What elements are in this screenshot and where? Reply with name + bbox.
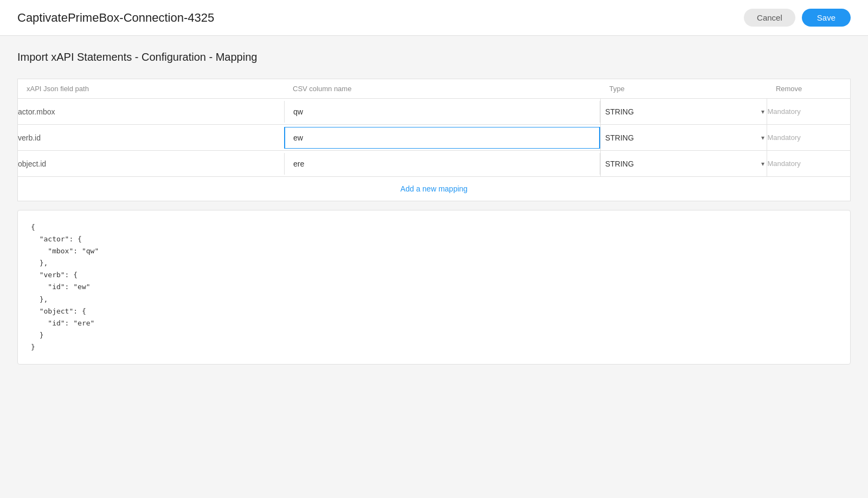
json-preview: { "actor": { "mbox": "qw" }, "verb": { "… — [17, 210, 851, 365]
table-row: actor.mboxSTRINGINTEGERFLOATBOOLEAN▾Mand… — [18, 99, 851, 125]
table-header-row: xAPI Json field path CSV column name Typ… — [18, 79, 851, 99]
col-header-field-path: xAPI Json field path — [18, 79, 285, 99]
remove-cell: Mandatory — [767, 151, 851, 177]
mapping-table: xAPI Json field path CSV column name Typ… — [17, 79, 851, 177]
remove-cell: Mandatory — [767, 125, 851, 151]
chevron-down-icon: ▾ — [761, 160, 764, 168]
main-content: Import xAPI Statements - Configuration -… — [0, 36, 868, 380]
type-select[interactable]: STRINGINTEGERFLOATBOOLEAN — [601, 153, 761, 175]
col-header-csv-column: CSV column name — [284, 79, 601, 99]
csv-column-input[interactable] — [284, 101, 600, 123]
csv-column-input[interactable] — [284, 153, 600, 175]
chevron-down-icon: ▾ — [761, 134, 764, 142]
header: CaptivatePrimeBox-Connection-4325 Cancel… — [0, 0, 868, 36]
cancel-button[interactable]: Cancel — [744, 9, 795, 27]
field-path-cell: verb.id — [18, 125, 285, 151]
type-cell: STRINGINTEGERFLOATBOOLEAN▾ — [601, 151, 767, 177]
csv-column-cell — [284, 125, 601, 151]
page-connection-title: CaptivatePrimeBox-Connection-4325 — [17, 11, 214, 25]
col-header-type: Type — [601, 79, 767, 99]
header-buttons: Cancel Save — [744, 9, 851, 27]
type-select[interactable]: STRINGINTEGERFLOATBOOLEAN — [601, 101, 761, 123]
type-cell: STRINGINTEGERFLOATBOOLEAN▾ — [601, 125, 767, 151]
table-row: verb.idSTRINGINTEGERFLOATBOOLEAN▾Mandato… — [18, 125, 851, 151]
add-mapping-link[interactable]: Add a new mapping — [401, 184, 468, 193]
type-cell: STRINGINTEGERFLOATBOOLEAN▾ — [601, 99, 767, 125]
chevron-down-icon: ▾ — [761, 108, 764, 116]
page-title: Import xAPI Statements - Configuration -… — [17, 51, 851, 63]
csv-column-cell — [284, 99, 601, 125]
csv-column-input[interactable] — [284, 127, 600, 149]
type-select[interactable]: STRINGINTEGERFLOATBOOLEAN — [601, 127, 761, 149]
add-mapping-row: Add a new mapping — [17, 177, 851, 201]
page-wrapper: CaptivatePrimeBox-Connection-4325 Cancel… — [0, 0, 868, 498]
field-path-cell: actor.mbox — [18, 99, 285, 125]
csv-column-cell — [284, 151, 601, 177]
save-button[interactable]: Save — [802, 9, 851, 27]
col-header-remove: Remove — [767, 79, 851, 99]
remove-cell: Mandatory — [767, 99, 851, 125]
json-preview-content: { "actor": { "mbox": "qw" }, "verb": { "… — [31, 221, 837, 353]
field-path-cell: object.id — [18, 151, 285, 177]
table-row: object.idSTRINGINTEGERFLOATBOOLEAN▾Manda… — [18, 151, 851, 177]
